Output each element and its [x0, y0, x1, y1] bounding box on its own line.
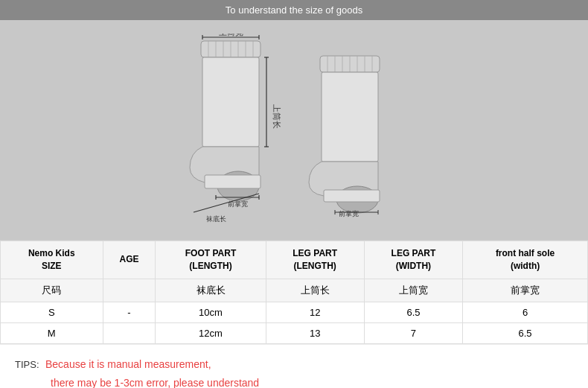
- svg-text:上筒长: 上筒长: [272, 104, 281, 129]
- size-table: Nemo Kids SIZE AGE FOOT PART (LENGTH) LE…: [0, 241, 588, 344]
- top-banner: To understand the size of goods: [0, 0, 588, 20]
- col-header-leg-len: LEG PART (LENGTH): [266, 241, 364, 279]
- subheader-size: 尺码: [1, 279, 103, 302]
- table-row: S - 10cm 12 6.5 6: [1, 302, 588, 322]
- row-m-leg-w: 7: [364, 322, 462, 343]
- row-m-front: 6.5: [463, 322, 588, 343]
- row-m-leg-len: 13: [266, 322, 364, 343]
- svg-rect-33: [322, 72, 378, 162]
- table-row: M 12cm 13 7 6.5: [1, 322, 588, 343]
- svg-text:上筒宽: 上筒宽: [219, 34, 243, 36]
- subheader-foot: 袜底长: [156, 279, 266, 302]
- svg-text:前掌宽: 前掌宽: [339, 210, 359, 217]
- tips-line1: Because it is manual measurement,: [45, 358, 211, 370]
- svg-rect-8: [202, 57, 259, 147]
- table-body: S - 10cm 12 6.5 6 M 12cm 13 7 6.5: [1, 302, 588, 343]
- svg-rect-10: [205, 175, 261, 188]
- tips-section: TIPS: Because it is manual measurement, …: [0, 344, 588, 388]
- row-s-size: S: [1, 302, 103, 322]
- size-table-section: Nemo Kids SIZE AGE FOOT PART (LENGTH) LE…: [0, 240, 588, 344]
- col-header-foot: FOOT PART (LENGTH): [156, 241, 266, 279]
- col-header-front: front half sole (width): [463, 241, 588, 279]
- tips-label: TIPS:: [15, 359, 39, 370]
- tips-line1-container: TIPS: Because it is manual measurement,: [15, 355, 573, 374]
- row-s-foot: 10cm: [156, 302, 266, 322]
- col-header-age: AGE: [103, 241, 156, 279]
- sock-diagram-svg: 上筒宽 上筒长 前掌宽 袜底长 前掌宽: [156, 34, 432, 227]
- table-subheader-row: 尺码 袜底长 上筒长 上筒宽 前掌宽: [1, 279, 588, 302]
- col-header-leg-w: LEG PART (WIDTH): [364, 241, 462, 279]
- row-m-size: M: [1, 322, 103, 343]
- subheader-leg-len: 上筒长: [266, 279, 364, 302]
- col-header-size: Nemo Kids SIZE: [1, 241, 103, 279]
- subheader-leg-w: 上筒宽: [364, 279, 462, 302]
- diagram-area: 上筒宽 上筒长 前掌宽 袜底长 前掌宽: [0, 20, 588, 240]
- tips-line2: there may be 1-3cm error, please underst…: [51, 374, 573, 388]
- row-s-front: 6: [463, 302, 588, 322]
- row-s-age: -: [103, 302, 156, 322]
- row-m-age: [103, 322, 156, 343]
- row-m-foot: 12cm: [156, 322, 266, 343]
- row-s-leg-len: 12: [266, 302, 364, 322]
- svg-rect-35: [324, 190, 380, 202]
- row-s-leg-w: 6.5: [364, 302, 462, 322]
- subheader-front: 前掌宽: [463, 279, 588, 302]
- svg-text:袜底长: 袜底长: [206, 215, 226, 223]
- banner-text: To understand the size of goods: [226, 4, 362, 16]
- subheader-age: [103, 279, 156, 302]
- table-header-row: Nemo Kids SIZE AGE FOOT PART (LENGTH) LE…: [1, 241, 588, 279]
